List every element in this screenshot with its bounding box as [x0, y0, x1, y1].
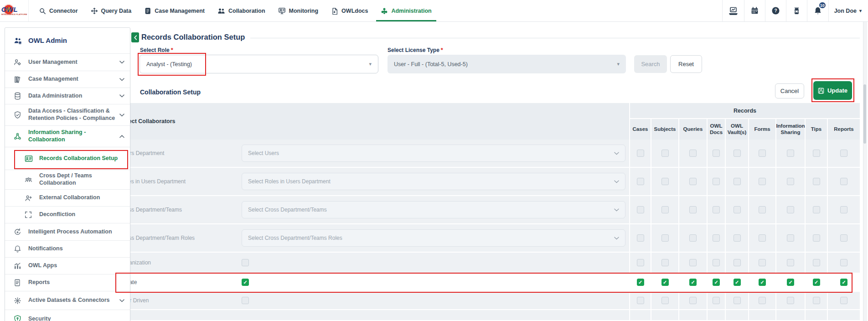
sidebar-item-active-datasets-connectors[interactable]: Active Datasets & Connectors [5, 291, 130, 310]
checkbox-unchecked[interactable] [759, 206, 766, 213]
checkbox-unchecked[interactable] [637, 234, 644, 242]
search-button[interactable]: Search [634, 55, 667, 73]
checkbox-checked[interactable] [734, 279, 741, 286]
checkbox-unchecked[interactable] [759, 259, 766, 266]
checkbox-unchecked[interactable] [840, 259, 847, 266]
checkbox-checked[interactable] [787, 279, 794, 286]
checkbox-unchecked[interactable] [689, 206, 697, 213]
checkbox-checked[interactable] [813, 279, 820, 286]
checkbox-unchecked[interactable] [759, 178, 766, 185]
owl-logo[interactable]: OWL INTELLIGENCE PLATFORM [0, 0, 29, 21]
checkbox-unchecked[interactable] [840, 234, 847, 242]
user-driven-checkbox[interactable] [242, 297, 249, 304]
calendar-button[interactable] [744, 0, 765, 21]
sidebar-item-data-access[interactable]: Data Access - Classification & Retention… [5, 104, 130, 126]
checkbox-unchecked[interactable] [637, 297, 644, 304]
checkbox-unchecked[interactable] [787, 206, 794, 213]
checkbox-unchecked[interactable] [813, 150, 820, 157]
checkbox-checked[interactable] [689, 279, 697, 286]
sidebar-item-case-management[interactable]: Case Management [5, 71, 130, 88]
sidebar-item-notifications[interactable]: Notifications [5, 241, 130, 258]
sidebar-item-security[interactable]: Security [5, 310, 130, 321]
checkbox-unchecked[interactable] [734, 259, 741, 266]
select-roles-dropdown[interactable]: Select Roles in Users Department [242, 173, 625, 190]
checkbox-checked[interactable] [637, 279, 644, 286]
checkbox-unchecked[interactable] [787, 234, 794, 242]
sidebar-item-reports[interactable]: Reports [5, 274, 130, 291]
checkbox-unchecked[interactable] [840, 178, 847, 185]
scrollbar-track[interactable] [863, 21, 867, 321]
select-license-type-dropdown[interactable]: User - Full - (Total-5, Used-5) ▾ [388, 55, 626, 73]
sidebar-item-external-collaboration[interactable]: External Collaboration [5, 190, 130, 207]
collapse-sidebar-button[interactable] [131, 32, 139, 42]
checkbox-unchecked[interactable] [840, 206, 847, 213]
select-role-dropdown[interactable]: Analyst - (Testing) ▾ [140, 55, 378, 73]
checkbox-unchecked[interactable] [713, 259, 720, 266]
checkbox-unchecked[interactable] [787, 297, 794, 304]
sidebar-item-data-administration[interactable]: Data Administration [5, 88, 130, 104]
checkbox-unchecked[interactable] [813, 206, 820, 213]
report-issue-button[interactable] [722, 0, 744, 21]
organization-checkbox[interactable] [242, 259, 249, 266]
checkbox-unchecked[interactable] [713, 206, 720, 213]
checkbox-unchecked[interactable] [637, 178, 644, 185]
checkbox-unchecked[interactable] [637, 150, 644, 157]
checkbox-unchecked[interactable] [787, 178, 794, 185]
nav-case-management[interactable]: Case Management [144, 0, 205, 21]
checkbox-unchecked[interactable] [759, 234, 766, 242]
checkbox-unchecked[interactable] [661, 297, 669, 304]
checkbox-unchecked[interactable] [689, 178, 697, 185]
checkbox-unchecked[interactable] [813, 259, 820, 266]
checkbox-unchecked[interactable] [689, 297, 697, 304]
checkbox-unchecked[interactable] [713, 297, 720, 304]
checkbox-unchecked[interactable] [689, 150, 697, 157]
checkbox-unchecked[interactable] [661, 259, 669, 266]
checkbox-checked[interactable] [759, 279, 766, 286]
sidebar-item-records-collaboration-setup[interactable]: Records Collaboration Setup [5, 147, 130, 170]
checkbox-unchecked[interactable] [689, 234, 697, 242]
checkbox-checked[interactable] [713, 279, 720, 286]
checkbox-unchecked[interactable] [813, 297, 820, 304]
sidebar-item-cross-dept-teams-collaboration[interactable]: Cross Dept / Teams Collaboration [5, 170, 130, 190]
checkbox-unchecked[interactable] [813, 234, 820, 242]
reset-button[interactable]: Reset [670, 55, 702, 73]
select-users-dropdown[interactable]: Select Users [242, 145, 625, 162]
nav-collaboration[interactable]: Collaboration [217, 0, 265, 21]
nav-owldocs[interactable]: OWLdocs [331, 0, 368, 21]
checkbox-unchecked[interactable] [661, 150, 669, 157]
checkbox-unchecked[interactable] [840, 150, 847, 157]
user-menu[interactable]: Jon Doe ▾ [828, 0, 868, 21]
checkbox-unchecked[interactable] [734, 297, 741, 304]
checkbox-unchecked[interactable] [734, 150, 741, 157]
checkbox-unchecked[interactable] [813, 178, 820, 185]
private-checkbox[interactable] [242, 279, 249, 286]
checkbox-unchecked[interactable] [713, 178, 720, 185]
checkbox-unchecked[interactable] [759, 150, 766, 157]
checkbox-unchecked[interactable] [734, 206, 741, 213]
checkbox-checked[interactable] [661, 279, 669, 286]
nav-query-data[interactable]: Query Data [91, 0, 132, 21]
checkbox-unchecked[interactable] [637, 206, 644, 213]
nav-administration[interactable]: Administration [381, 0, 431, 21]
checkbox-unchecked[interactable] [759, 297, 766, 304]
nav-monitoring[interactable]: Monitoring [278, 0, 319, 21]
cancel-button[interactable]: Cancel [775, 83, 804, 98]
bug-report-button[interactable] [786, 0, 807, 21]
checkbox-unchecked[interactable] [787, 150, 794, 157]
checkbox-unchecked[interactable] [661, 178, 669, 185]
checkbox-unchecked[interactable] [787, 259, 794, 266]
checkbox-unchecked[interactable] [713, 234, 720, 242]
checkbox-checked[interactable] [840, 279, 847, 286]
checkbox-unchecked[interactable] [713, 150, 720, 157]
sidebar-item-user-management[interactable]: User Management [5, 54, 130, 71]
checkbox-unchecked[interactable] [734, 234, 741, 242]
checkbox-unchecked[interactable] [689, 259, 697, 266]
checkbox-unchecked[interactable] [840, 297, 847, 304]
notifications-button[interactable]: 10 [807, 0, 828, 21]
scrollbar-thumb[interactable] [863, 84, 866, 144]
update-button[interactable]: Update [813, 81, 852, 100]
checkbox-unchecked[interactable] [734, 178, 741, 185]
checkbox-unchecked[interactable] [661, 206, 669, 213]
help-button[interactable]: ? [765, 0, 786, 21]
sidebar-item-owl-apps[interactable]: OWL Apps [5, 258, 130, 274]
